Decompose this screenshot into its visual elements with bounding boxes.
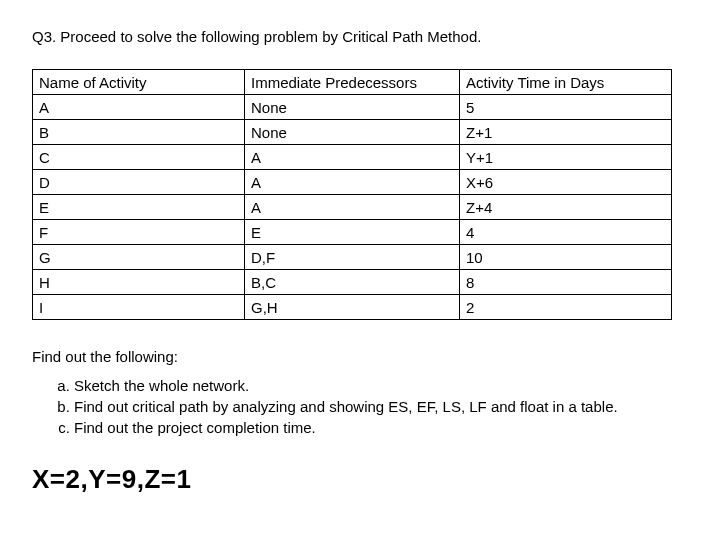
table-row: I G,H 2 (33, 295, 672, 320)
cell-time: 4 (459, 220, 671, 245)
subquestion-item: Find out the project completion time. (74, 417, 682, 438)
table-row: B None Z+1 (33, 120, 672, 145)
question-title: Q3. Proceed to solve the following probl… (32, 28, 682, 45)
cell-time: 2 (459, 295, 671, 320)
cell-pred: B,C (245, 270, 460, 295)
parameter-values: X=2,Y=9,Z=1 (32, 464, 682, 495)
cell-name: C (33, 145, 245, 170)
activity-table: Name of Activity Immediate Predecessors … (32, 69, 672, 320)
subquestion-item: Sketch the whole network. (74, 375, 682, 396)
cell-pred: A (245, 170, 460, 195)
cell-pred: A (245, 145, 460, 170)
cell-time: Y+1 (459, 145, 671, 170)
table-row: G D,F 10 (33, 245, 672, 270)
cell-name: F (33, 220, 245, 245)
cell-name: E (33, 195, 245, 220)
table-row: H B,C 8 (33, 270, 672, 295)
cell-name: H (33, 270, 245, 295)
subquestion-list: Sketch the whole network. Find out criti… (32, 375, 682, 438)
cell-pred: None (245, 95, 460, 120)
cell-time: 8 (459, 270, 671, 295)
cell-time: Z+1 (459, 120, 671, 145)
cell-pred: None (245, 120, 460, 145)
cell-pred: A (245, 195, 460, 220)
cell-name: A (33, 95, 245, 120)
cell-pred: G,H (245, 295, 460, 320)
table-row: F E 4 (33, 220, 672, 245)
header-name: Name of Activity (33, 70, 245, 95)
table-row: D A X+6 (33, 170, 672, 195)
cell-time: 10 (459, 245, 671, 270)
table-row: C A Y+1 (33, 145, 672, 170)
cell-name: B (33, 120, 245, 145)
header-pred: Immediate Predecessors (245, 70, 460, 95)
cell-pred: D,F (245, 245, 460, 270)
subquestion-item: Find out critical path by analyzing and … (74, 396, 682, 417)
header-time: Activity Time in Days (459, 70, 671, 95)
cell-pred: E (245, 220, 460, 245)
cell-time: X+6 (459, 170, 671, 195)
cell-name: I (33, 295, 245, 320)
table-row: A None 5 (33, 95, 672, 120)
cell-time: 5 (459, 95, 671, 120)
cell-name: G (33, 245, 245, 270)
table-header-row: Name of Activity Immediate Predecessors … (33, 70, 672, 95)
followup-label: Find out the following: (32, 348, 682, 365)
cell-name: D (33, 170, 245, 195)
table-row: E A Z+4 (33, 195, 672, 220)
cell-time: Z+4 (459, 195, 671, 220)
